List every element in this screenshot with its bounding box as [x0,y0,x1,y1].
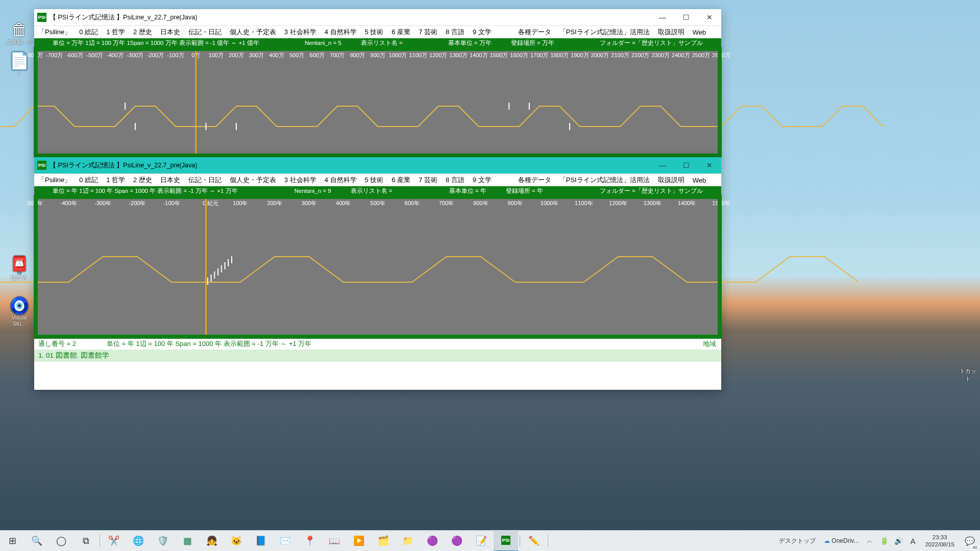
menu-item[interactable]: 個人史・予定表 [226,176,280,185]
window-title: 【 PSIライン式記憶法 】PsiLine_v_22.7_pre(Java) [50,13,197,22]
menu-item[interactable]: 日本史 [156,176,184,185]
desktop-icon[interactable]: 🗑ごみ箱 - シ [5,20,33,46]
tray-battery-icon[interactable]: 🔋 [877,531,891,551]
timeline-canvas-1[interactable]: -800万-700万-600万-500万-400万-300万-200万-100万… [34,47,721,157]
menu-item[interactable]: 9 文学 [469,176,496,185]
menu-item[interactable]: Web [689,29,710,36]
task-psiline[interactable]: PSI [494,530,518,551]
toolbar-desktop[interactable]: デスクトップ [775,537,820,545]
notifications-button[interactable]: 💬40 [960,531,980,551]
ime-indicator[interactable]: A [905,531,920,551]
task-dict[interactable]: 📖 [322,531,347,551]
menu-item[interactable]: 伝記・日記 [184,176,226,185]
infobar: 単位 = 年 1辺 = 100 年 Span = 1000 年 表示範囲 = -… [34,186,721,195]
footer-panel: 通し番号 = 2 単位 = 年 1辺 = 100 年 Span = 1000 年… [34,338,721,390]
menu-item[interactable]: 6 産業 [387,176,414,185]
start-button[interactable]: ⊞ [0,531,24,551]
menu-item[interactable]: 0 総記 [75,28,102,37]
desktop-icon[interactable]: 📮はがき [5,255,33,281]
cortana-button[interactable]: ◯ [49,531,74,551]
task-outlook[interactable]: ✉️ [273,531,298,551]
menu-item[interactable]: 9 文学 [469,28,496,37]
task-eclipse1[interactable]: 🟣 [420,531,445,551]
range-text: 単位 = 年 1辺 = 100 年 Span = 1000 年 表示範囲 = -… [107,339,311,348]
app-icon: PSI [37,161,46,170]
task-mcafee[interactable]: 🛡️ [151,531,175,551]
timeline-canvas-2[interactable]: -500年-400年-300年-200年-100年0 紀元100年200年300… [34,195,721,338]
task-snip[interactable]: ✂️ [102,531,126,551]
menu-item[interactable]: 4 自然科学 [321,28,361,37]
menu-item[interactable]: 3 社会科学 [280,176,321,185]
close-button[interactable]: ✕ [698,157,721,173]
app-icon: PSI [37,13,46,22]
menubar[interactable]: 「Psiline」0 総記1 哲学2 歴史日本史伝記・日記個人史・予定表3 社会… [34,26,721,38]
titlebar-2[interactable]: PSI 【 PSIライン式記憶法 】PsiLine_v_22.7_pre(Jav… [34,157,721,173]
menu-item[interactable]: 5 技術 [361,28,388,37]
menu-item[interactable]: 伝記・日記 [184,28,226,37]
menu-item[interactable]: 各種データ [514,176,555,185]
menu-item[interactable]: 1 哲学 [102,28,129,37]
menu-item[interactable]: 5 技術 [361,176,388,185]
window-title: 【 PSIライン式記憶法 】PsiLine_v_22.7_pre(Java) [50,161,197,170]
close-button[interactable]: ✕ [698,9,721,26]
task-ie[interactable]: 🌐 [126,531,151,551]
minimize-button[interactable]: ― [651,9,674,26]
taskview-button[interactable]: ⧉ [74,531,98,551]
menu-item[interactable]: 1 哲学 [102,176,129,185]
menu-item[interactable]: 7 芸術 [414,176,442,185]
menu-item[interactable]: 4 自然科学 [321,176,361,185]
menu-item[interactable]: Web [689,177,710,184]
window-psiline-1: PSI 【 PSIライン式記憶法 】PsiLine_v_22.7_pre(Jav… [34,9,721,157]
menubar[interactable]: 「Psiline」0 総記1 哲学2 歴史日本史伝記・日記個人史・予定表3 社会… [34,173,721,186]
desktop-icon[interactable]: 🧿Visual Stu... [5,296,33,327]
region-label: 地域 [703,339,716,348]
serial-number: 通し番号 = 2 [38,339,76,348]
task-media[interactable]: ▶️ [347,531,371,551]
menu-item[interactable]: 個人史・予定表 [226,28,280,37]
task-eclipse2[interactable]: 🟣 [445,531,469,551]
menu-item[interactable]: 8 言語 [442,176,469,185]
menu-item[interactable]: 「PSIライン式記憶法」活用法 [555,28,654,37]
taskbar[interactable]: ⊞ 🔍 ◯ ⧉ ✂️ 🌐 🛡️ ▦ 👧 🐱 📘 ✉️ 📍 📖 ▶️ 🗂️ 📁 🟣… [0,530,980,551]
task-app3[interactable]: 📘 [249,531,273,551]
task-notepad[interactable]: 📝 [469,531,494,551]
selected-item[interactable]: 1. 01 図書館. 図書館学 [38,351,109,360]
task-excel[interactable]: ▦ [175,531,200,551]
window-psiline-2: PSI 【 PSIライン式記憶法 】PsiLine_v_22.7_pre(Jav… [34,157,721,390]
task-app4[interactable]: 🗂️ [371,531,396,551]
menu-item[interactable]: 8 言語 [442,28,469,37]
menu-item[interactable]: 日本史 [156,28,184,37]
ink-button[interactable]: ✏️ [522,531,546,551]
task-explorer[interactable]: 📁 [396,531,420,551]
menu-item[interactable]: 7 芸術 [414,28,442,37]
maximize-button[interactable]: ☐ [674,9,698,26]
menu-item[interactable]: 6 産業 [387,28,414,37]
tray-volume-icon[interactable]: 🔊 [891,531,905,551]
menu-item[interactable]: 2 歴史 [129,28,156,37]
menu-item[interactable]: 各種データ [514,28,555,37]
minimize-button[interactable]: ― [651,157,674,173]
infobar: 単位 = 万年 1辺 = 100 万年 1Span = 1000 万年 表示範囲… [34,38,721,47]
task-app2[interactable]: 🐱 [224,531,249,551]
menu-item[interactable]: 取扱説明 [654,28,689,37]
onedrive-status[interactable]: ☁ OneDriv... [820,537,863,544]
tray-chevron-icon[interactable]: ︿ [863,531,877,551]
aside-label: トカット [958,367,978,383]
maximize-button[interactable]: ☐ [674,157,698,173]
task-app1[interactable]: 👧 [200,531,224,551]
search-button[interactable]: 🔍 [24,531,49,551]
task-maps[interactable]: 📍 [298,531,322,551]
menu-item[interactable]: 「PSIライン式記憶法」活用法 [555,176,654,185]
menu-item[interactable]: 2 歴史 [129,176,156,185]
clock[interactable]: 23:332022/08/15 [920,534,960,548]
menu-item[interactable]: 「Psiline」 [34,28,75,37]
menu-item[interactable]: 3 社会科学 [280,28,321,37]
menu-item[interactable]: 0 総記 [75,176,102,185]
menu-item[interactable]: 取扱説明 [654,176,689,185]
titlebar-1[interactable]: PSI 【 PSIライン式記憶法 】PsiLine_v_22.7_pre(Jav… [34,9,721,26]
menu-item[interactable]: 「Psiline」 [34,176,75,185]
